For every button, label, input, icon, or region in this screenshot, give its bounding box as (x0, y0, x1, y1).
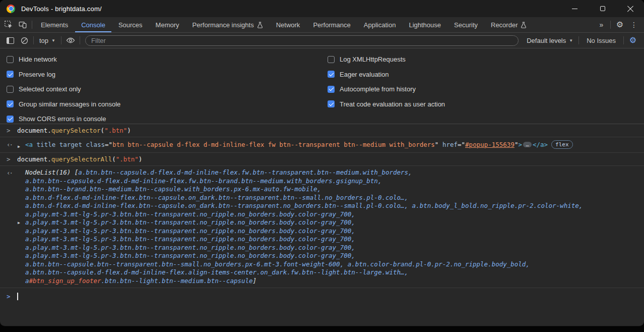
token-tag-open: <a (25, 141, 33, 148)
token-punct: ) (127, 127, 131, 134)
divider (32, 21, 32, 29)
token-sel: a.btn.btn--capsule.d-flex.d-md-inline-fl… (25, 268, 408, 276)
attr-value-link[interactable]: #popup-155639 (465, 141, 514, 148)
log-levels-dropdown[interactable]: Default levels ▼ (523, 37, 576, 44)
window-title: DevTools - brightdata.com/ (21, 5, 102, 13)
checkbox-checked-icon[interactable] (328, 100, 335, 107)
expand-triangle-icon[interactable]: ▶ (18, 220, 20, 225)
console-settings-pane: Hide networkPreserve logSelected context… (0, 48, 644, 124)
devtools-settings-button[interactable]: ⚙ (613, 18, 627, 32)
tab-label: Elements (41, 21, 68, 29)
nodelist-line: a.play.mt-3.mt-lg-5.pr-3.btn.btn--transp… (25, 218, 640, 227)
more-tabs-button[interactable]: » (594, 18, 608, 32)
console-prompt[interactable]: > (0, 288, 644, 301)
maximize-button[interactable] (589, 0, 616, 17)
divider (578, 36, 579, 44)
tab-performance-insights[interactable]: Performance insights (186, 17, 270, 32)
tab-label: Performance (313, 21, 350, 29)
checkbox-checked-icon[interactable] (7, 100, 14, 107)
setting-label: Treat code evaluation as user action (340, 100, 445, 108)
tab-lighthouse[interactable]: Lighthouse (402, 17, 447, 32)
window-controls (561, 0, 644, 17)
token-sel: a.btn.btn--capsule.d-flex.d-md-inline-fl… (25, 177, 381, 185)
live-expression-button[interactable] (63, 34, 78, 47)
setting-treat-code-evaluation-as-user-action[interactable]: Treat code evaluation as user action (328, 97, 445, 112)
device-toolbar-icon (18, 20, 27, 29)
prompt-chevron-icon: > (7, 293, 11, 300)
console-toolbar: top ▼ Default levels ▼ No Issues ⚙ (0, 33, 644, 48)
attr-name: title (37, 141, 56, 148)
console-result-element: ‹· ▶ <a title target class="btn btn--cap… (0, 137, 644, 153)
checkbox-checked-icon[interactable] (7, 71, 14, 78)
setting-group-similar-messages-in-console[interactable]: Group similar messages in console (7, 97, 120, 112)
token-id: #btn_sign_up_footer (29, 277, 101, 285)
checkbox-unchecked-icon[interactable] (7, 86, 14, 93)
setting-autocomplete-from-history[interactable]: Autocomplete from history (328, 82, 445, 97)
issues-counter[interactable]: No Issues (581, 37, 621, 44)
setting-log-xmlhttprequests[interactable]: Log XMLHttpRequests (328, 52, 445, 67)
token-string: ".btn" (116, 155, 139, 163)
setting-selected-context-only[interactable]: Selected context only (7, 82, 120, 97)
nodelist-line: a.btn.d-flex.d-md-inline-flex.btn--capsu… (25, 194, 640, 202)
context-selector[interactable]: top ▼ (36, 37, 59, 44)
token-object: document (17, 127, 47, 134)
expand-children-button[interactable]: … (523, 142, 532, 147)
expand-triangle-icon[interactable]: ▶ (18, 142, 20, 151)
chevron-down-icon: ▼ (51, 38, 55, 43)
setting-preserve-log[interactable]: Preserve log (7, 67, 120, 82)
nodelist-line: a.btn.btn--capsule.d-flex.d-md-inline-fl… (25, 268, 640, 277)
token-punct: ( (101, 127, 105, 134)
tab-application[interactable]: Application (357, 17, 403, 32)
tab-performance[interactable]: Performance (306, 17, 357, 32)
setting-hide-network[interactable]: Hide network (7, 52, 120, 67)
token-sel: a.play.mt-3.mt-lg-5.pr-3.btn.btn--transp… (25, 227, 355, 235)
text-cursor (17, 293, 18, 300)
tab-console[interactable]: Console (75, 17, 112, 32)
flask-icon (257, 22, 263, 28)
token-sel: a.btn.d-flex.d-md-inline-flex.btn--capsu… (25, 202, 583, 209)
element-attributes: title target class="btn btn--capsule d-f… (33, 141, 518, 148)
minimize-button[interactable] (561, 0, 589, 17)
titlebar: DevTools - brightdata.com/ (0, 0, 644, 17)
chevron-down-icon: ▼ (569, 38, 573, 43)
tab-recorder[interactable]: Recorder (484, 17, 533, 32)
tab-network[interactable]: Network (270, 17, 307, 32)
close-button[interactable] (616, 0, 644, 17)
checkbox-unchecked-icon[interactable] (328, 56, 335, 63)
tab-label: Sources (118, 21, 143, 29)
console-settings-button[interactable]: ⚙ (626, 34, 640, 47)
checkbox-checked-icon[interactable] (328, 86, 335, 93)
tab-sources[interactable]: Sources (112, 17, 149, 32)
token-sel: a.play.mt-3.mt-lg-5.pr-3.btn.btn--transp… (25, 235, 355, 243)
token-sel: a.play.mt-3.mt-lg-5.pr-3.btn.btn--transp… (25, 252, 355, 259)
checkbox-unchecked-icon[interactable] (7, 56, 14, 63)
attr-value: btn btn--capsule d-flex d-md-inline-flex… (112, 141, 435, 148)
checkbox-checked-icon[interactable] (7, 116, 14, 123)
settings-column-left: Hide networkPreserve logSelected context… (7, 52, 120, 127)
setting-label: Show CORS errors in console (19, 115, 106, 123)
setting-eager-evaluation[interactable]: Eager evaluation (328, 67, 445, 82)
nodelist-line: a.btn.btn--capsule.d-flex.d-md-inline-fl… (25, 177, 640, 186)
tab-security[interactable]: Security (447, 17, 484, 32)
device-toolbar-button[interactable] (16, 18, 30, 32)
devtools-menu-button[interactable]: ⋮ (627, 18, 641, 32)
console-result-nodelist: ‹· ▶ NodeList(16) [a.btn.btn--capsule.d-… (0, 166, 644, 288)
console-sidebar-button[interactable] (3, 34, 17, 47)
tab-memory[interactable]: Memory (149, 17, 186, 32)
flex-badge[interactable]: flex (551, 140, 573, 149)
nodelist-line: a.play.mt-3.mt-lg-5.pr-3.btn.btn--transp… (25, 235, 640, 244)
tab-elements[interactable]: Elements (34, 17, 75, 32)
token-sel: .btn.btn--light.btn--medium.btn--capsule (101, 277, 253, 285)
inspect-icon (4, 20, 13, 29)
filter-input[interactable] (85, 35, 519, 46)
setting-label: Selected context only (19, 85, 81, 93)
clear-console-button[interactable] (17, 34, 31, 47)
token-sel: a.play.mt-3.mt-lg-5.pr-3.btn.btn--transp… (25, 218, 355, 226)
console-command-queryselector: > document.querySelector(".btn") (0, 124, 644, 137)
inspect-element-button[interactable] (2, 18, 16, 32)
close-icon (627, 5, 634, 12)
token-string: ".btn" (104, 127, 127, 134)
checkbox-checked-icon[interactable] (328, 71, 335, 78)
result-arrow-icon: ‹· (7, 140, 12, 149)
divider (61, 36, 61, 44)
